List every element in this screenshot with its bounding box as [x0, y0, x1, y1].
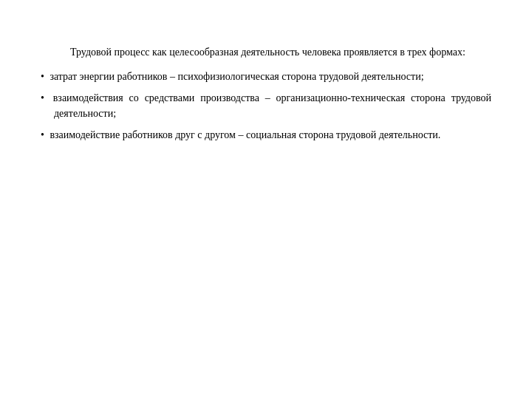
bullet-text-3: взаимодействие работников друг с другом …	[50, 129, 440, 140]
bullet-text-1: затрат энергии работников – психофизиоло…	[50, 71, 423, 82]
intro-paragraph: Трудовой процесс как целесообразная деят…	[41, 44, 491, 60]
bullet-item-2: взаимодействия со средствами производств…	[41, 90, 491, 121]
bullet-text-2: взаимодействия со средствами производств…	[53, 92, 491, 119]
bullet-item-1: затрат энергии работников – психофизиоло…	[41, 69, 491, 84]
bullet-item-3: взаимодействие работников друг с другом …	[41, 127, 491, 143]
bullet-list: затрат энергии работников – психофизиоло…	[41, 69, 491, 143]
page-content: Трудовой процесс как целесообразная деят…	[0, 0, 532, 178]
